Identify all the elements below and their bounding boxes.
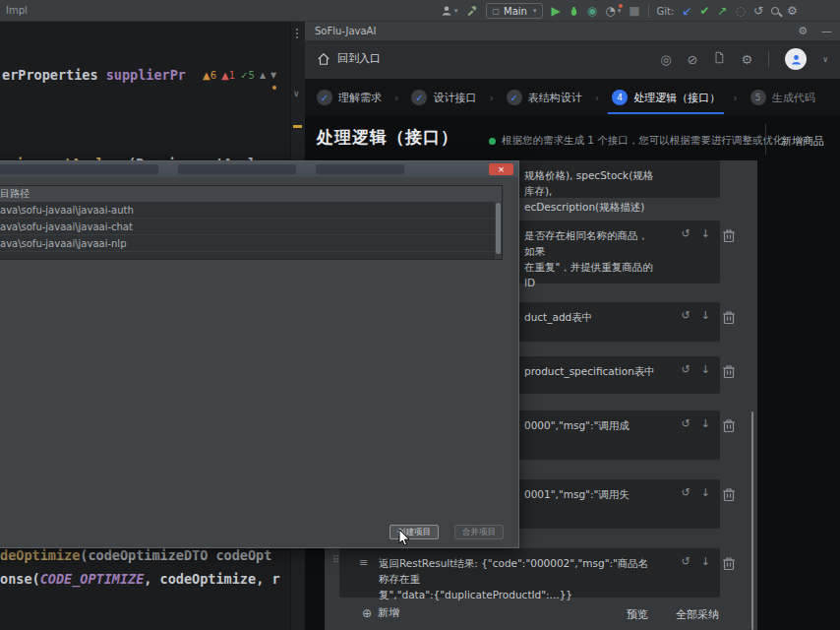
move-down-icon[interactable]: ↓: [701, 417, 710, 430]
home-icon: [317, 52, 330, 66]
user-icon[interactable]: ▾: [441, 5, 458, 17]
target-icon[interactable]: ◎: [660, 52, 671, 67]
inspections-widget[interactable]: ▲6 ▲1 ✓5 ▲ ▼: [203, 70, 276, 81]
active-step-underline: [608, 112, 724, 114]
trash-icon[interactable]: [722, 364, 737, 379]
move-down-icon[interactable]: ↓: [701, 227, 710, 240]
trash-icon[interactable]: [722, 556, 737, 571]
toolbar-divider: [648, 5, 649, 18]
undo-icon[interactable]: ↺: [682, 417, 690, 430]
settings-gear-icon[interactable]: ⚙: [787, 5, 798, 17]
titlebar-blur-decoration: [178, 164, 296, 174]
back-to-entry-button[interactable]: 回到入口: [317, 51, 381, 66]
create-project-button[interactable]: 创建项目: [390, 525, 439, 539]
chevron-down-icon[interactable]: ∨: [293, 89, 300, 98]
undo-icon[interactable]: ↺: [682, 486, 690, 499]
step-generate-code[interactable]: 5 生成代码: [750, 79, 815, 116]
accept-all-button[interactable]: 全部采纳: [676, 607, 719, 622]
error-icon: ▲1: [221, 70, 235, 81]
move-down-icon[interactable]: ↓: [701, 309, 710, 322]
git-commit-icon[interactable]: ✔: [699, 5, 709, 17]
list-item[interactable]: ava\sofu-javaai\javaai-auth: [0, 202, 495, 219]
stop-icon[interactable]: ■: [629, 5, 639, 17]
search-icon[interactable]: [771, 7, 779, 15]
drag-handle-icon[interactable]: ⠿: [332, 554, 339, 565]
step-understand-requirements[interactable]: ✓ 理解需求: [317, 79, 382, 116]
build-hammer-icon[interactable]: [466, 5, 478, 17]
profiler-icon[interactable]: ◔▾: [605, 5, 621, 17]
debug-icon[interactable]: [569, 5, 579, 17]
step-processing-logic[interactable]: 4 处理逻辑（接口）: [612, 79, 720, 116]
run-config-caret-icon: ▾: [533, 7, 537, 15]
window-title-text: Impl: [6, 5, 28, 16]
close-icon[interactable]: ×: [489, 163, 513, 175]
step-chevron-icon: ›: [595, 92, 599, 104]
plus-circle-icon: ⊕: [362, 606, 372, 620]
trash-icon[interactable]: [722, 418, 737, 433]
undo-icon[interactable]: ↺: [753, 5, 763, 17]
undo-icon[interactable]: ↺: [682, 363, 690, 376]
trash-icon[interactable]: [722, 487, 737, 502]
scrollbar-thumb[interactable]: [751, 411, 753, 630]
splitter-handle[interactable]: [296, 29, 298, 31]
avatar[interactable]: [785, 48, 807, 70]
warning-stripe-mark[interactable]: [293, 125, 302, 128]
add-step-button[interactable]: ⊕ 新增: [362, 605, 399, 620]
avatar-chevron-icon[interactable]: ∨: [822, 55, 828, 64]
panel-title: SoFlu-JavaAI: [315, 26, 376, 36]
panel-options-gear-icon[interactable]: ⚙: [798, 25, 808, 37]
trash-icon[interactable]: [722, 310, 737, 325]
step-table-design[interactable]: ✓ 表结构设计: [507, 79, 582, 116]
coverage-icon[interactable]: ◉: [587, 5, 597, 17]
merge-project-button[interactable]: 合并项目: [454, 525, 504, 539]
git-push-icon[interactable]: ↗: [717, 5, 727, 17]
undo-icon[interactable]: ↺: [682, 227, 690, 240]
step-chevron-icon: ›: [489, 92, 493, 104]
code-line: onse(CODE_OPTIMIZE, codeOptimize, r: [0, 571, 280, 587]
run-config-name: Main: [504, 6, 527, 17]
header-divider: [768, 51, 769, 67]
dialog-titlebar[interactable]: ×: [0, 161, 518, 177]
project-path-dialog: × 目路径 ava\sofu-javaai\javaai-auth ava\so…: [0, 160, 519, 548]
undo-icon[interactable]: ↺: [682, 555, 690, 568]
window-titlebar: Impl ▾ ▢ Main ▾ ▶ ◉ ◔▾ ■ Git: ↙ ✔ ↗ ◌ ↺ …: [0, 0, 840, 22]
step-chevron-icon: ›: [394, 92, 398, 104]
code-line: erProperties supplierPr: [2, 67, 186, 83]
scrollbar-thumb[interactable]: [496, 203, 501, 254]
home-label: 回到入口: [337, 51, 381, 66]
code-line: deOptimize(codeOptimizeDTO codeOpt: [0, 547, 271, 563]
step-check-icon: ✓: [317, 90, 332, 105]
list-item[interactable]: ava\sofu-javaai\javaai-chat: [0, 219, 495, 235]
scrollbar-track[interactable]: [495, 202, 502, 259]
panel-header: 回到入口 ◎ ⊘ ⚙ ∨: [305, 41, 840, 79]
step-design-interface[interactable]: ✓ 设计接口: [411, 79, 476, 116]
interface-name-item[interactable]: 新增商品: [781, 134, 824, 149]
run-config-icon: ▢: [493, 7, 501, 16]
move-down-icon[interactable]: ↓: [701, 555, 710, 568]
titlebar-blur-decoration: [316, 164, 404, 174]
move-down-icon[interactable]: ↓: [701, 486, 710, 499]
document-icon[interactable]: [713, 51, 725, 67]
run-config-selector[interactable]: ▢ Main ▾: [486, 3, 544, 19]
gear-icon[interactable]: ⚙: [741, 52, 752, 67]
mouse-cursor: [398, 529, 411, 551]
trash-icon[interactable]: [722, 228, 737, 243]
run-icon[interactable]: ▶: [551, 5, 560, 17]
step-number: 4: [612, 90, 628, 105]
list-item[interactable]: ava\sofu-javaai\javaai-nlp: [0, 235, 495, 252]
panel-tabbar: SoFlu-JavaAI ⚙ —: [305, 22, 840, 41]
git-update-icon[interactable]: ↙: [682, 5, 691, 17]
logic-step-card[interactable]: ⠿ ≡ 返回RestResult结果: {"code":"000002","ms…: [339, 548, 720, 598]
next-issue-icon[interactable]: ▼: [270, 71, 276, 80]
history-icon[interactable]: ◌: [736, 5, 746, 17]
panel-minimize-icon[interactable]: —: [821, 25, 832, 37]
block-icon[interactable]: ⊘: [688, 52, 698, 67]
undo-icon[interactable]: ↺: [682, 309, 690, 322]
page-title-row: 处理逻辑（接口） 根据您的需求生成 1 个接口，您可以根据需要进行调整或优化 新…: [305, 116, 840, 162]
ok-check-icon: ✓5: [240, 70, 255, 81]
step-number: 5: [750, 90, 766, 105]
preview-button[interactable]: 预览: [627, 607, 648, 622]
prev-issue-icon[interactable]: ▲: [260, 71, 266, 80]
panel-footer: ⊕ 新增 预览 全部采纳: [339, 602, 743, 628]
move-down-icon[interactable]: ↓: [701, 363, 710, 376]
